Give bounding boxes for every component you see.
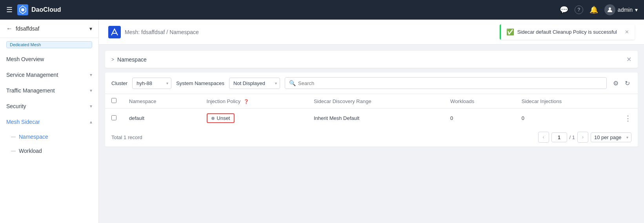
security-chevron-icon: ▾ (90, 103, 92, 109)
system-ns-select[interactable]: Not Displayed (229, 78, 280, 89)
dedicated-mesh-badge: Dedicated Mesh (6, 41, 92, 48)
breadcrumb: Mesh: fdsaffdsaf / Namespace (125, 29, 199, 35)
admin-user-menu[interactable]: admin ▾ (604, 4, 638, 15)
breadcrumb-mesh-label: Mesh: (125, 29, 140, 35)
help-icon[interactable]: ? (575, 5, 583, 14)
sidebar-item-traffic-management-label: Traffic Management (6, 87, 55, 94)
col-sidecar-discovery: Sidecar Discovery Range (307, 94, 444, 109)
search-icon: 🔍 (289, 80, 296, 86)
main-layout: ← fdsaffdsaf ▾ Dedicated Mesh Mesh Overv… (0, 20, 644, 223)
logo-icon (17, 4, 28, 15)
content-area: > Namespace ✕ Cluster hyh-88 ▾ System (99, 45, 644, 153)
settings-button[interactable]: ⚙ (611, 78, 620, 89)
system-namespaces-label: System Namespaces (176, 80, 224, 86)
sidebar-item-security-label: Security (6, 103, 26, 109)
sidebar-item-service-management-label: Service Management (6, 72, 58, 78)
unset-dot-icon (211, 117, 215, 120)
namespace-table: Namespace Injection Policy ❓ Sidecar Dis… (105, 94, 638, 128)
workload-dash-icon: — (11, 148, 16, 154)
breadcrumb-page-name: Namespace (169, 29, 199, 35)
logo-text: DaoCloud (31, 6, 61, 13)
page-number-input[interactable] (551, 132, 567, 142)
sidebar-header: ← fdsaffdsaf ▾ (0, 20, 98, 38)
filters-row: Cluster hyh-88 ▾ System Namespaces Not D… (105, 73, 638, 94)
sidebar: ← fdsaffdsaf ▾ Dedicated Mesh Mesh Overv… (0, 20, 99, 223)
page-icon (108, 26, 121, 38)
traffic-management-chevron-icon: ▾ (90, 88, 92, 93)
col-workloads: Workloads (444, 94, 515, 109)
select-all-checkbox[interactable] (111, 98, 116, 103)
per-page-wrapper: 10 per page ▾ (591, 132, 631, 142)
unset-badge: Unset (207, 113, 235, 123)
logo: DaoCloud (17, 4, 61, 15)
sidebar-mesh-name: fdsaffdsaf (16, 25, 39, 32)
injection-policy-help-icon[interactable]: ❓ (244, 99, 249, 104)
svg-point-1 (21, 8, 24, 11)
namespace-expand-icon[interactable]: > (111, 57, 114, 62)
next-page-button[interactable]: › (577, 132, 588, 143)
refresh-button[interactable]: ↻ (623, 78, 631, 89)
svg-point-2 (609, 7, 611, 10)
row-more-button[interactable]: ⋮ (624, 114, 631, 123)
sidebar-sub-item-namespace-label: Namespace (19, 134, 48, 140)
namespace-close-button[interactable]: ✕ (626, 56, 631, 63)
toast-message: Sidecar default Cleanup Policy is succes… (517, 29, 617, 35)
total-records: Total 1 record (111, 134, 142, 140)
filter-actions: ⚙ ↻ (611, 78, 631, 89)
search-input[interactable] (298, 80, 602, 86)
row-injection-policy: Unset (200, 109, 307, 128)
namespace-row: > Namespace ✕ (105, 51, 638, 68)
row-workloads: 0 (444, 109, 515, 128)
breadcrumb-mesh-name: fdsaffdsaf (141, 29, 165, 35)
svg-rect-3 (108, 26, 121, 38)
prev-page-button[interactable]: ‹ (538, 132, 549, 143)
breadcrumb-separator: / (166, 29, 169, 35)
admin-label: admin (618, 7, 633, 13)
sidebar-item-mesh-sidecar[interactable]: Mesh Sidecar ▴ (0, 114, 98, 130)
mesh-sidecar-chevron-icon: ▴ (90, 119, 92, 125)
page-header: Mesh: fdsaffdsaf / Namespace ✅ Sidecar d… (99, 20, 644, 45)
cluster-select[interactable]: hyh-88 (132, 78, 171, 89)
service-management-chevron-icon: ▾ (90, 72, 92, 78)
col-namespace: Namespace (123, 94, 200, 109)
per-page-select[interactable]: 10 per page (591, 132, 631, 142)
toast-close-button[interactable]: ✕ (625, 29, 629, 35)
table-row: default Unset Inherit Mesh Default 0 0 ⋮ (105, 109, 638, 128)
sidebar-item-service-management[interactable]: Service Management ▾ (0, 67, 98, 83)
avatar (604, 4, 615, 15)
table-card: Cluster hyh-88 ▾ System Namespaces Not D… (105, 73, 638, 147)
system-ns-select-wrapper: Not Displayed ▾ (229, 78, 280, 89)
hamburger-icon[interactable]: ☰ (6, 5, 13, 14)
row-checkbox[interactable] (111, 115, 116, 120)
check-icon: ✅ (506, 28, 514, 36)
pagination: ‹ / 1 › 10 per page ▾ (538, 132, 631, 143)
sidebar-sub-item-workload[interactable]: — Workload (0, 144, 98, 158)
table-footer: Total 1 record ‹ / 1 › 10 per page ▾ (105, 128, 638, 147)
sidebar-item-traffic-management[interactable]: Traffic Management ▾ (0, 83, 98, 98)
namespace-row-label: Namespace (117, 56, 147, 63)
page-separator: / 1 (569, 134, 575, 140)
sidebar-item-security[interactable]: Security ▾ (0, 98, 98, 114)
back-icon[interactable]: ← (6, 25, 13, 32)
search-box: 🔍 (285, 77, 607, 89)
row-namespace: default (123, 109, 200, 128)
success-toast: ✅ Sidecar default Cleanup Policy is succ… (500, 24, 635, 40)
sidebar-chevron-icon[interactable]: ▾ (89, 25, 92, 32)
sidebar-item-mesh-overview[interactable]: Mesh Overview (0, 51, 98, 67)
bell-icon[interactable]: 🔔 (589, 5, 598, 14)
col-sidecar-injections: Sidecar Injections (515, 94, 618, 109)
main-content: Mesh: fdsaffdsaf / Namespace ✅ Sidecar d… (99, 20, 644, 223)
chat-icon[interactable]: 💬 (560, 5, 568, 14)
cluster-select-wrapper: hyh-88 ▾ (132, 78, 171, 89)
sidebar-sub-item-namespace[interactable]: — Namespace (0, 130, 98, 144)
col-injection-policy: Injection Policy ❓ (200, 94, 307, 109)
cluster-label: Cluster (111, 80, 127, 86)
row-sidecar-discovery: Inherit Mesh Default (307, 109, 444, 128)
top-navigation: ☰ DaoCloud 💬 ? 🔔 admin ▾ (0, 0, 644, 20)
row-sidecar-injections: 0 (515, 109, 618, 128)
unset-label: Unset (217, 115, 230, 121)
namespace-dash-icon: — (11, 134, 16, 140)
sidebar-sub-item-workload-label: Workload (19, 148, 42, 154)
admin-chevron-icon: ▾ (635, 7, 638, 13)
sidebar-item-mesh-sidecar-label: Mesh Sidecar (6, 119, 40, 125)
